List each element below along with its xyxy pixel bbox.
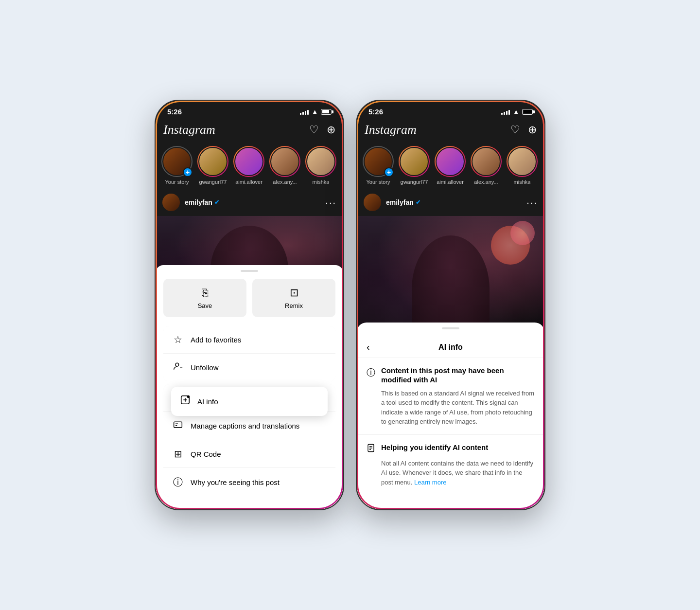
sheet-handle-2: [442, 327, 459, 329]
menu-qr-1[interactable]: ⊞ QR Code: [163, 440, 335, 468]
ig-header-actions-1: ♡ ⊕: [309, 124, 335, 136]
ai-info-popup-1[interactable]: AI info: [171, 387, 328, 416]
menu-text-why-1: Why you're seeing this post: [191, 478, 280, 486]
ig-logo-2: Instagram: [365, 123, 417, 137]
ai-section-modified-2: ⓘ Content in this post may have been mod…: [357, 358, 544, 435]
verified-badge-1: ✔: [214, 199, 219, 206]
add-story-btn-1[interactable]: +: [183, 167, 192, 177]
menu-text-captions-1: Manage captions and translations: [191, 422, 299, 430]
story-aimi-2[interactable]: aimi.allover: [435, 146, 466, 185]
svg-point-0: [175, 363, 179, 366]
menu-text-favorites-1: Add to favorites: [191, 336, 241, 344]
story-label-4-2: mishka: [514, 179, 531, 185]
post-header-1: emilyfan ✔ ···: [156, 189, 343, 216]
post-avatar-1: [162, 194, 180, 211]
ig-header-1: Instagram ♡ ⊕: [156, 120, 343, 142]
sheet-handle-1: [241, 270, 258, 272]
menu-unfollow-1[interactable]: Unfollow: [163, 354, 335, 381]
phone-1: 5:26 ▲ Instagram ♡ ⊕: [155, 100, 344, 510]
ai-sheet-header-2: ‹ AI info: [357, 336, 544, 358]
post-username-2: emilyfan ✔: [386, 198, 420, 206]
story-label-2-1: aimi.allover: [235, 179, 262, 185]
story-label-0-2: Your story: [366, 179, 390, 185]
status-icons-2: ▲: [501, 108, 533, 115]
svg-rect-2: [174, 422, 182, 428]
signal-icon-2: [501, 109, 510, 115]
ig-logo-1: Instagram: [163, 123, 215, 137]
post-more-btn-1[interactable]: ···: [325, 197, 336, 208]
story-mishka-2[interactable]: mishka: [507, 146, 538, 185]
story-label-1-2: gwangurl77: [401, 179, 428, 185]
post-more-btn-2[interactable]: ···: [526, 197, 538, 208]
story-alex-2[interactable]: alex.any...: [471, 146, 502, 185]
story-label-0-1: Your story: [165, 179, 189, 185]
menu-why-seeing-1[interactable]: ⓘ Why you're seeing this post: [163, 468, 335, 497]
ai-info-sheet-2: ‹ AI info ⓘ Content in this post may hav…: [357, 323, 544, 510]
ai-back-button-2[interactable]: ‹: [367, 341, 370, 353]
story-aimi-1[interactable]: aimi.allover: [233, 146, 264, 185]
save-button-1[interactable]: ⎘ Save: [163, 279, 246, 317]
menu-text-qr-1: QR Code: [191, 450, 221, 458]
captions-icon-1: [172, 420, 184, 432]
qr-icon-1: ⊞: [172, 448, 184, 460]
ig-header-actions-2: ♡ ⊕: [510, 124, 537, 136]
save-icon-1: ⎘: [202, 287, 208, 299]
page-container: 5:26 ▲ Instagram ♡ ⊕: [155, 100, 545, 510]
status-icons-1: ▲: [300, 108, 332, 115]
post-header-2: emilyfan ✔ ···: [357, 189, 544, 216]
story-label-1-1: gwangurl77: [199, 179, 227, 185]
menu-text-unfollow-1: Unfollow: [191, 363, 219, 372]
ai-sheet-title-2: AI info: [438, 343, 463, 352]
messenger-icon-2[interactable]: ⊕: [528, 124, 537, 136]
stories-row-2: + Your story gwangurl77 aimi.allover: [357, 142, 544, 189]
ai-info-icon-1: [180, 395, 191, 408]
ai-section-identify-2: Helping you identify AI content Not all …: [357, 435, 544, 495]
heart-icon-1[interactable]: ♡: [309, 124, 319, 136]
story-label-4-1: mishka: [313, 179, 330, 185]
battery-icon-2: [522, 109, 533, 115]
svg-point-6: [187, 395, 190, 398]
ai-section-icon-1-2: ⓘ: [367, 367, 375, 378]
status-time-1: 5:26: [167, 108, 182, 116]
wifi-icon-1: ▲: [312, 108, 318, 115]
stories-row-1: + Your story gwangurl77 aimi.allove: [156, 142, 343, 189]
story-mishka-1[interactable]: mishka: [305, 146, 336, 185]
heart-icon-2[interactable]: ♡: [510, 124, 520, 136]
menu-captions-1[interactable]: Manage captions and translations: [163, 412, 335, 440]
ai-section-title-2-2: Helping you identify AI content: [381, 443, 488, 452]
story-gwangurl77-1[interactable]: gwangurl77: [197, 146, 228, 185]
battery-icon-1: [321, 109, 332, 115]
info-icon-1: ⓘ: [172, 476, 184, 489]
verified-badge-2: ✔: [416, 199, 420, 206]
story-label-2-2: aimi.allover: [437, 179, 464, 185]
messenger-icon-1[interactable]: ⊕: [327, 124, 335, 136]
status-bar-2: 5:26 ▲: [357, 101, 544, 120]
status-bar-1: 5:26 ▲: [156, 101, 343, 120]
status-time-2: 5:26: [368, 108, 383, 116]
story-your-story-2[interactable]: + Your story: [363, 146, 394, 185]
ai-section-title-1-2: Content in this post may have been modif…: [381, 366, 535, 385]
story-label-3-2: alex.any...: [474, 179, 498, 185]
ai-info-label-1: AI info: [197, 397, 218, 406]
remix-icon-1: ⊡: [290, 287, 298, 299]
phone-2: 5:26 ▲ Instagram ♡ ⊕: [356, 100, 545, 510]
post-username-1: emilyfan ✔: [185, 198, 219, 206]
ig-header-2: Instagram ♡ ⊕: [357, 120, 544, 142]
menu-add-favorites-1[interactable]: ☆ Add to favorites: [163, 326, 335, 354]
ai-section-body-2-2: Not all AI content contains the data we …: [367, 459, 535, 487]
story-gwangurl77-2[interactable]: gwangurl77: [399, 146, 430, 185]
menu-section-follow-1: ☆ Add to favorites Unfollow: [163, 326, 335, 381]
signal-icon-1: [300, 109, 309, 115]
save-label-1: Save: [198, 302, 212, 309]
star-icon-1: ☆: [172, 334, 184, 345]
post-avatar-2: [364, 194, 381, 211]
wifi-icon-2: ▲: [513, 108, 519, 115]
learn-more-link-2[interactable]: Learn more: [414, 479, 446, 486]
story-your-story-1[interactable]: + Your story: [161, 146, 192, 185]
story-alex-1[interactable]: alex.any...: [269, 146, 300, 185]
add-story-btn-2[interactable]: +: [384, 167, 394, 177]
action-row-1: ⎘ Save ⊡ Remix: [156, 279, 343, 323]
ai-section-icon-2-2: [367, 444, 375, 455]
ai-section-body-1-2: This is based on a standard AI signal we…: [367, 389, 535, 427]
remix-button-1[interactable]: ⊡ Remix: [252, 279, 335, 317]
